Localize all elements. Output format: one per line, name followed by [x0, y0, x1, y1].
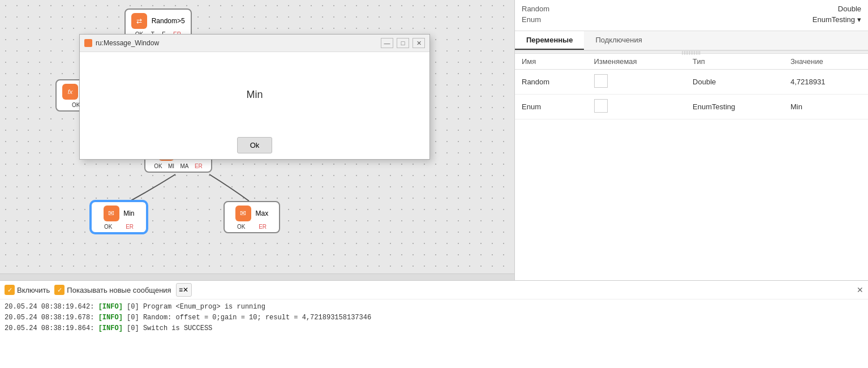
- modal-maximize-button[interactable]: □: [397, 38, 409, 48]
- row-enum-value: Min: [784, 95, 868, 119]
- log-clear-button[interactable]: ≡✕: [176, 283, 192, 297]
- modal-overlay: ru:Message_Window — □ ✕ Min Ok: [0, 0, 514, 280]
- port-er: ER: [259, 224, 267, 230]
- port-mi: MI: [168, 163, 174, 169]
- log-level-1: [INFO]: [98, 303, 123, 311]
- row-random-type: Double: [686, 70, 784, 95]
- toggle-enable-button[interactable]: ✓ Включить: [5, 285, 50, 295]
- log-line-1: 20.05.24 08:38:19.642: [INFO] [0] Progra…: [5, 302, 863, 313]
- modal-window: ru:Message_Window — □ ✕ Min Ok: [79, 34, 430, 160]
- modal-close-button[interactable]: ✕: [412, 38, 425, 48]
- modal-ok-button[interactable]: Ok: [237, 137, 273, 153]
- main-area: ⇄ Random>5 OK T F ER fx Enum=Max OK ER f…: [0, 0, 868, 280]
- row-enum-name: Enum: [515, 95, 587, 119]
- port-ok: OK: [154, 163, 162, 169]
- right-panel: Random Double Enum EnumTesting ▾ Перемен…: [515, 0, 868, 280]
- log-index-3: [0]: [127, 324, 139, 332]
- bottom-close-button[interactable]: ✕: [857, 285, 863, 294]
- log-message-2: Random: offset = 0;gain = 10; result = 4…: [143, 314, 371, 322]
- log-content: 20.05.24 08:38:19.642: [INFO] [0] Progra…: [0, 299, 868, 368]
- log-timestamp-1: 20.05.24 08:38:19.642:: [5, 303, 94, 311]
- modal-titlebar: ru:Message_Window — □ ✕: [80, 35, 429, 52]
- modal-body: Min: [80, 52, 429, 131]
- table-row: Random Double 4,7218931: [515, 70, 868, 95]
- checkmark2-icon: ✓: [54, 285, 65, 295]
- col-name: Имя: [515, 54, 587, 70]
- row-enum-mutable: [587, 95, 686, 119]
- checkmark-icon: ✓: [5, 285, 15, 295]
- conn-switch-min: [130, 174, 175, 201]
- col-mutable: Изменяемая: [587, 54, 686, 70]
- port-er: ER: [195, 163, 203, 169]
- log-index-1: [0]: [127, 303, 139, 311]
- port-ok: OK: [237, 224, 245, 230]
- tabs-bar: Переменные Подключения: [515, 31, 868, 50]
- checkbox-enum[interactable]: [594, 99, 608, 113]
- tab-connections[interactable]: Подключения: [584, 31, 653, 50]
- node-min-icon: ✉: [104, 206, 119, 221]
- port-ma: MA: [181, 163, 189, 169]
- conn-switch-max: [209, 174, 249, 201]
- tab-variables[interactable]: Переменные: [515, 31, 584, 50]
- node-enummax-icon: fx: [62, 84, 78, 100]
- chevron-down-icon: ▾: [857, 15, 861, 24]
- node-min-label: Min: [123, 209, 134, 217]
- table-header-row: Имя Изменяемая Тип Значение: [515, 54, 868, 70]
- bottom-panel: ✓ Включить ✓ Показывать новые сообщения …: [0, 280, 868, 368]
- log-message-1: Program <Enum_prog> is running: [143, 303, 265, 311]
- node-random5-label: Random>5: [152, 17, 185, 25]
- row-enum-type: EnumTesting: [686, 95, 784, 119]
- node-max-label: Max: [255, 209, 268, 217]
- node-max[interactable]: ✉ Max OK ER: [224, 201, 280, 233]
- rp-row-enum: Enum EnumTesting ▾: [522, 15, 861, 24]
- node-min-ports: OK ER: [97, 224, 140, 230]
- log-line-3: 20.05.24 08:38:19.864: [INFO] [0] Switch…: [5, 323, 863, 334]
- row-random-mutable: [587, 70, 686, 95]
- canvas-area: ⇄ Random>5 OK T F ER fx Enum=Max OK ER f…: [0, 0, 515, 280]
- col-type: Тип: [686, 54, 784, 70]
- modal-message: Min: [246, 89, 263, 101]
- clear-log-icon: ≡✕: [179, 286, 188, 294]
- log-timestamp-3: 20.05.24 08:38:19.864:: [5, 324, 94, 332]
- node-max-ports: OK ER: [230, 224, 273, 230]
- rp-enum-dropdown[interactable]: EnumTesting ▾: [813, 15, 861, 24]
- bottom-toolbar: ✓ Включить ✓ Показывать новые сообщения …: [0, 281, 868, 299]
- port-ok: OK: [104, 224, 112, 230]
- node-switch-ports: OK MI MA ER: [151, 163, 205, 169]
- modal-footer: Ok: [80, 131, 429, 159]
- log-level-2: [INFO]: [98, 314, 123, 322]
- row-random-name: Random: [515, 70, 587, 95]
- toggle-enable-label: Включить: [17, 286, 50, 294]
- canvas-scrollbar[interactable]: [0, 273, 514, 280]
- modal-minimize-button[interactable]: —: [381, 38, 393, 48]
- rp-random-label: Random: [522, 5, 549, 13]
- node-min[interactable]: ✉ Min OK ER: [91, 201, 147, 233]
- log-message-3: Switch is SUCCESS: [143, 324, 212, 332]
- col-value: Значение: [784, 54, 868, 70]
- variables-table: Имя Изменяемая Тип Значение Random Doubl…: [515, 54, 868, 119]
- log-line-2: 20.05.24 08:38:19.678: [INFO] [0] Random…: [5, 313, 863, 323]
- node-random5-icon: ⇄: [131, 13, 147, 29]
- toggle-show-new-label: Показывать новые сообщения: [67, 286, 171, 294]
- log-level-3: [INFO]: [98, 324, 123, 332]
- row-random-value: 4,7218931: [784, 70, 868, 95]
- rp-random-value: Double: [838, 5, 861, 13]
- table-row: Enum EnumTesting Min: [515, 95, 868, 119]
- toggle-show-new-button[interactable]: ✓ Показывать новые сообщения: [54, 285, 171, 295]
- rp-enum-value: EnumTesting: [813, 15, 855, 24]
- modal-title: ru:Message_Window: [96, 39, 377, 47]
- rp-row-random: Random Double: [522, 5, 861, 13]
- checkbox-random[interactable]: [594, 74, 608, 88]
- log-timestamp-2: 20.05.24 08:38:19.678:: [5, 314, 94, 322]
- rp-enum-label: Enum: [522, 15, 541, 24]
- log-index-2: [0]: [127, 314, 139, 322]
- modal-icon: [84, 39, 92, 47]
- right-panel-top: Random Double Enum EnumTesting ▾: [515, 0, 868, 31]
- node-max-icon: ✉: [235, 206, 251, 221]
- port-er: ER: [126, 224, 134, 230]
